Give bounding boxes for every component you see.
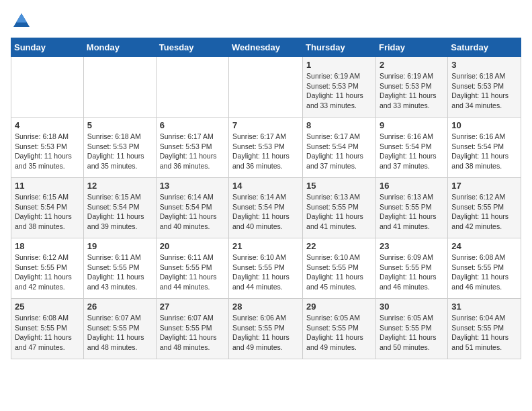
calendar-table: SundayMondayTuesdayWednesdayThursdayFrid… (11, 38, 521, 359)
day-cell (83, 57, 156, 118)
day-cell: 25Sunrise: 6:08 AM Sunset: 5:55 PM Dayli… (11, 299, 84, 359)
week-row-2: 4Sunrise: 6:18 AM Sunset: 5:53 PM Daylig… (11, 118, 521, 178)
day-cell: 16Sunrise: 6:13 AM Sunset: 5:55 PM Dayli… (375, 178, 447, 238)
day-number: 18 (15, 241, 80, 251)
day-number: 12 (87, 181, 152, 191)
day-cell: 13Sunrise: 6:14 AM Sunset: 5:54 PM Dayli… (156, 178, 228, 238)
day-number: 26 (87, 302, 152, 312)
day-info: Sunrise: 6:19 AM Sunset: 5:53 PM Dayligh… (380, 71, 444, 111)
day-cell: 23Sunrise: 6:09 AM Sunset: 5:55 PM Dayli… (375, 238, 447, 299)
day-cell: 17Sunrise: 6:12 AM Sunset: 5:55 PM Dayli… (448, 178, 521, 238)
day-number: 15 (306, 181, 372, 191)
day-info: Sunrise: 6:10 AM Sunset: 5:55 PM Dayligh… (232, 253, 299, 292)
day-info: Sunrise: 6:05 AM Sunset: 5:55 PM Dayligh… (306, 313, 372, 353)
week-row-1: 1Sunrise: 6:19 AM Sunset: 5:53 PM Daylig… (11, 57, 521, 118)
day-info: Sunrise: 6:12 AM Sunset: 5:55 PM Dayligh… (15, 253, 80, 292)
day-cell: 20Sunrise: 6:11 AM Sunset: 5:55 PM Dayli… (156, 238, 228, 299)
day-info: Sunrise: 6:14 AM Sunset: 5:54 PM Dayligh… (160, 192, 225, 232)
day-number: 19 (87, 241, 152, 251)
day-info: Sunrise: 6:19 AM Sunset: 5:53 PM Dayligh… (306, 71, 372, 111)
day-number: 20 (160, 241, 225, 251)
day-cell: 27Sunrise: 6:07 AM Sunset: 5:55 PM Dayli… (156, 299, 228, 359)
day-number: 4 (15, 120, 80, 130)
day-number: 16 (380, 181, 444, 191)
header-friday: Friday (375, 38, 447, 57)
day-number: 6 (160, 120, 225, 130)
day-cell: 28Sunrise: 6:06 AM Sunset: 5:55 PM Dayli… (229, 299, 303, 359)
day-number: 21 (232, 241, 299, 251)
day-info: Sunrise: 6:08 AM Sunset: 5:55 PM Dayligh… (451, 253, 517, 292)
day-cell: 3Sunrise: 6:18 AM Sunset: 5:53 PM Daylig… (448, 57, 521, 118)
page-header (11, 11, 521, 32)
day-info: Sunrise: 6:15 AM Sunset: 5:54 PM Dayligh… (15, 192, 80, 232)
day-info: Sunrise: 6:07 AM Sunset: 5:55 PM Dayligh… (87, 313, 152, 353)
day-number: 10 (451, 120, 517, 130)
day-info: Sunrise: 6:17 AM Sunset: 5:53 PM Dayligh… (232, 132, 299, 171)
header-monday: Monday (83, 38, 156, 57)
day-info: Sunrise: 6:16 AM Sunset: 5:54 PM Dayligh… (380, 132, 444, 171)
day-number: 8 (306, 120, 372, 130)
day-info: Sunrise: 6:13 AM Sunset: 5:55 PM Dayligh… (380, 192, 444, 232)
logo (11, 11, 35, 32)
day-number: 13 (160, 181, 225, 191)
day-info: Sunrise: 6:11 AM Sunset: 5:55 PM Dayligh… (160, 253, 225, 292)
day-cell: 24Sunrise: 6:08 AM Sunset: 5:55 PM Dayli… (448, 238, 521, 299)
day-number: 14 (232, 181, 299, 191)
day-cell: 10Sunrise: 6:16 AM Sunset: 5:54 PM Dayli… (448, 118, 521, 178)
day-cell: 11Sunrise: 6:15 AM Sunset: 5:54 PM Dayli… (11, 178, 84, 238)
week-row-3: 11Sunrise: 6:15 AM Sunset: 5:54 PM Dayli… (11, 178, 521, 238)
day-info: Sunrise: 6:12 AM Sunset: 5:55 PM Dayligh… (451, 192, 517, 232)
day-cell: 18Sunrise: 6:12 AM Sunset: 5:55 PM Dayli… (11, 238, 84, 299)
week-row-4: 18Sunrise: 6:12 AM Sunset: 5:55 PM Dayli… (11, 238, 521, 299)
day-info: Sunrise: 6:15 AM Sunset: 5:54 PM Dayligh… (87, 192, 152, 232)
day-cell: 2Sunrise: 6:19 AM Sunset: 5:53 PM Daylig… (375, 57, 447, 118)
day-number: 31 (451, 302, 517, 312)
day-cell: 14Sunrise: 6:14 AM Sunset: 5:54 PM Dayli… (229, 178, 303, 238)
day-number: 17 (451, 181, 517, 191)
header-tuesday: Tuesday (156, 38, 228, 57)
day-cell (11, 57, 84, 118)
logo-icon (11, 11, 32, 32)
day-number: 25 (15, 302, 80, 312)
day-cell (156, 57, 228, 118)
day-cell: 26Sunrise: 6:07 AM Sunset: 5:55 PM Dayli… (83, 299, 156, 359)
day-cell: 22Sunrise: 6:10 AM Sunset: 5:55 PM Dayli… (303, 238, 376, 299)
day-number: 7 (232, 120, 299, 130)
day-number: 22 (306, 241, 372, 251)
day-info: Sunrise: 6:08 AM Sunset: 5:55 PM Dayligh… (15, 313, 80, 353)
header-thursday: Thursday (303, 38, 376, 57)
day-cell: 21Sunrise: 6:10 AM Sunset: 5:55 PM Dayli… (229, 238, 303, 299)
day-cell: 9Sunrise: 6:16 AM Sunset: 5:54 PM Daylig… (375, 118, 447, 178)
day-cell: 30Sunrise: 6:05 AM Sunset: 5:55 PM Dayli… (375, 299, 447, 359)
day-cell: 6Sunrise: 6:17 AM Sunset: 5:53 PM Daylig… (156, 118, 228, 178)
day-number: 3 (451, 60, 517, 70)
day-info: Sunrise: 6:11 AM Sunset: 5:55 PM Dayligh… (87, 253, 152, 292)
day-info: Sunrise: 6:07 AM Sunset: 5:55 PM Dayligh… (160, 313, 225, 353)
day-info: Sunrise: 6:13 AM Sunset: 5:55 PM Dayligh… (306, 192, 372, 232)
day-info: Sunrise: 6:05 AM Sunset: 5:55 PM Dayligh… (380, 313, 444, 353)
day-info: Sunrise: 6:09 AM Sunset: 5:55 PM Dayligh… (380, 253, 444, 292)
day-info: Sunrise: 6:16 AM Sunset: 5:54 PM Dayligh… (451, 132, 517, 171)
day-number: 2 (380, 60, 444, 70)
day-number: 11 (15, 181, 80, 191)
header-saturday: Saturday (448, 38, 521, 57)
day-cell: 4Sunrise: 6:18 AM Sunset: 5:53 PM Daylig… (11, 118, 84, 178)
svg-marker-1 (16, 13, 27, 23)
day-info: Sunrise: 6:10 AM Sunset: 5:55 PM Dayligh… (306, 253, 372, 292)
day-cell: 8Sunrise: 6:17 AM Sunset: 5:54 PM Daylig… (303, 118, 376, 178)
day-cell: 12Sunrise: 6:15 AM Sunset: 5:54 PM Dayli… (83, 178, 156, 238)
header-wednesday: Wednesday (229, 38, 303, 57)
day-cell (229, 57, 303, 118)
day-cell: 7Sunrise: 6:17 AM Sunset: 5:53 PM Daylig… (229, 118, 303, 178)
day-info: Sunrise: 6:04 AM Sunset: 5:55 PM Dayligh… (451, 313, 517, 353)
header-sunday: Sunday (11, 38, 84, 57)
day-number: 27 (160, 302, 225, 312)
day-info: Sunrise: 6:17 AM Sunset: 5:54 PM Dayligh… (306, 132, 372, 171)
day-cell: 1Sunrise: 6:19 AM Sunset: 5:53 PM Daylig… (303, 57, 376, 118)
day-number: 5 (87, 120, 152, 130)
day-info: Sunrise: 6:06 AM Sunset: 5:55 PM Dayligh… (232, 313, 299, 353)
day-cell: 5Sunrise: 6:18 AM Sunset: 5:53 PM Daylig… (83, 118, 156, 178)
day-cell: 19Sunrise: 6:11 AM Sunset: 5:55 PM Dayli… (83, 238, 156, 299)
day-number: 9 (380, 120, 444, 130)
day-cell: 15Sunrise: 6:13 AM Sunset: 5:55 PM Dayli… (303, 178, 376, 238)
